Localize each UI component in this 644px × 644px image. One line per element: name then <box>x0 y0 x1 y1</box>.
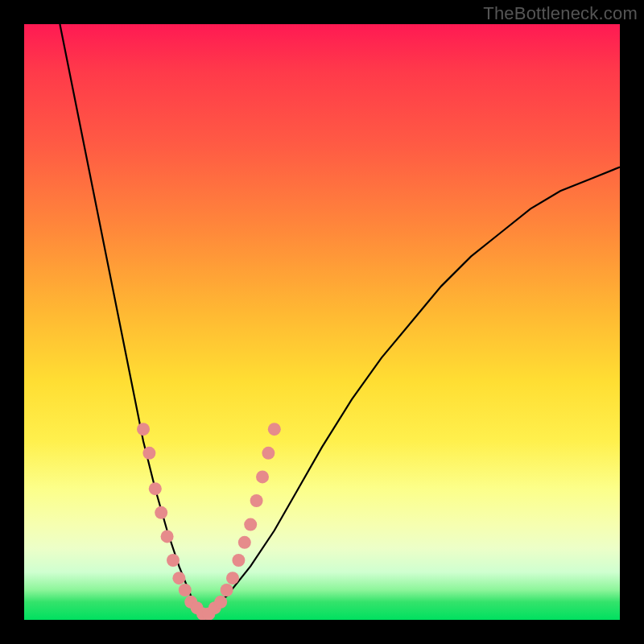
sample-dot <box>142 447 155 460</box>
sample-dot <box>155 506 167 519</box>
sample-dot <box>256 470 269 483</box>
curve-right <box>203 167 620 614</box>
curve-left <box>60 24 203 614</box>
sample-dot <box>232 554 245 567</box>
sample-dot <box>179 584 192 597</box>
sample-dot <box>137 423 150 436</box>
sample-dot <box>161 530 174 543</box>
sample-dot <box>268 423 281 436</box>
sample-dot <box>238 536 251 549</box>
sample-dot <box>244 518 257 531</box>
sample-dot <box>167 554 180 567</box>
sample-dot <box>226 572 239 584</box>
plot-area <box>24 24 620 620</box>
sample-dot <box>214 596 227 609</box>
sample-dot <box>262 447 275 460</box>
sample-dot <box>221 584 233 597</box>
sample-dots-left <box>137 423 209 620</box>
bottleneck-curve-svg <box>24 24 620 620</box>
sample-dots-right <box>202 423 280 620</box>
sample-dot <box>149 482 162 495</box>
watermark-text: TheBottleneck.com <box>483 3 638 24</box>
chart-frame: TheBottleneck.com <box>0 0 644 644</box>
sample-dot <box>250 494 263 507</box>
sample-dot <box>172 572 185 584</box>
